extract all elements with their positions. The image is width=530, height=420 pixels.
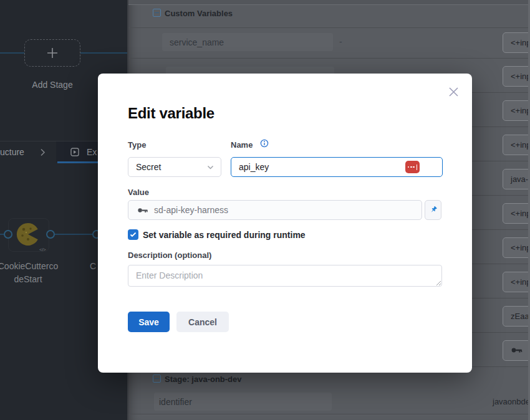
- save-button[interactable]: Save: [128, 312, 170, 332]
- custom-variables-title: Custom Variables: [165, 9, 233, 18]
- description-textarea[interactable]: [128, 265, 442, 287]
- collapse-stage-section-icon[interactable]: [153, 375, 161, 383]
- chevron-right-icon: [40, 148, 46, 156]
- required-checkbox-label: Set variable as required during runtime: [143, 230, 306, 240]
- tab-execution[interactable]: Ex: [87, 147, 97, 157]
- row-divider: [128, 27, 530, 28]
- variable-dash: -: [339, 37, 342, 47]
- secret-key-icon: [137, 206, 148, 215]
- pin-button[interactable]: [425, 200, 441, 220]
- variable-name: service_name: [170, 37, 224, 47]
- panel-top-band: [128, 0, 530, 5]
- secret-key-icon: [511, 345, 523, 355]
- collapse-section-icon[interactable]: [153, 9, 161, 17]
- chevron-down-icon: [207, 165, 214, 170]
- variable-value-input[interactable]: <+input>: [503, 100, 530, 121]
- add-stage-label: Add Stage: [0, 80, 105, 90]
- stage-connector-line: [80, 52, 127, 54]
- fixed-input-red-icon[interactable]: [405, 161, 420, 173]
- add-stage-button[interactable]: [24, 39, 80, 67]
- secret-value-text: sd-api-key-harness: [154, 205, 228, 215]
- type-label: Type: [128, 140, 146, 150]
- name-label: Name: [231, 140, 253, 150]
- info-circle-icon[interactable]: [260, 139, 269, 148]
- modal-title: Edit variable: [128, 105, 214, 122]
- stage-section-title: Stage: java-onb-dev: [165, 375, 242, 384]
- variable-value-input[interactable]: <+input>: [503, 135, 530, 155]
- variable-secret-input[interactable]: [503, 340, 530, 361]
- identifier-value: javaonbdev: [493, 397, 530, 406]
- thumbtack-icon: [428, 206, 438, 215]
- node-port: [4, 230, 12, 239]
- variable-value-input[interactable]: java-onb: [503, 169, 530, 189]
- play-square-icon: [70, 148, 79, 156]
- variable-value-input[interactable]: <+input>: [503, 203, 530, 224]
- variable-value-input[interactable]: <+input>: [503, 32, 530, 53]
- cookie-pacman-icon[interactable]: [16, 222, 41, 247]
- cancel-button[interactable]: Cancel: [176, 312, 229, 332]
- stage-connector-line: [0, 52, 24, 54]
- edit-variable-modal: Edit variable Type Name Secret Value sd-…: [98, 74, 472, 373]
- plus-icon: [46, 46, 59, 60]
- variable-value-input[interactable]: <+input>: [503, 272, 530, 292]
- value-label: Value: [128, 188, 149, 197]
- node-label-line1: CookieCutterco: [0, 260, 78, 273]
- type-select-value: Secret: [136, 162, 161, 172]
- variable-value-input[interactable]: zEaak: [503, 306, 530, 327]
- resize-handle-icon[interactable]: [436, 280, 441, 286]
- check-icon: [130, 232, 137, 237]
- secret-value-field[interactable]: sd-api-key-harness: [128, 200, 422, 220]
- identifier-label: identifier: [159, 397, 192, 407]
- node-port: [46, 230, 55, 239]
- variable-value-input[interactable]: <+input>: [503, 66, 530, 87]
- breadcrumb[interactable]: ucture: [0, 147, 24, 157]
- node-connector-line: [55, 234, 94, 235]
- row-divider: [128, 414, 530, 414]
- description-label: Description (optional): [128, 251, 211, 260]
- row-divider: [128, 58, 530, 59]
- close-icon[interactable]: [446, 84, 461, 99]
- required-checkbox[interactable]: [128, 229, 138, 240]
- node-label-line2: deStart: [0, 273, 78, 286]
- variable-value-input[interactable]: <+input>: [503, 237, 530, 258]
- code-step-glyph: </>: [39, 247, 46, 252]
- type-select[interactable]: Secret: [128, 157, 221, 177]
